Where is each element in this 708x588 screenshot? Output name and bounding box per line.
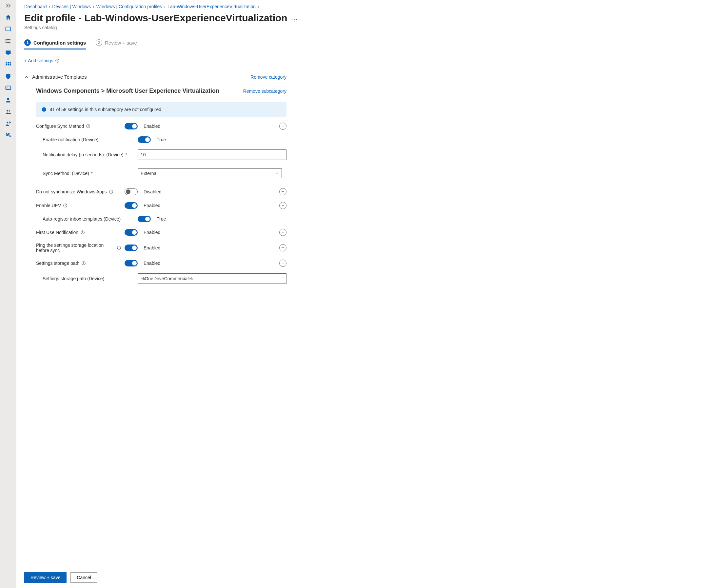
remove-setting-button[interactable]: −: [279, 123, 287, 130]
monitor-icon[interactable]: [5, 49, 12, 56]
info-icon[interactable]: [109, 189, 113, 194]
toggle-ping[interactable]: [124, 244, 138, 251]
crumb-devices[interactable]: Devices | Windows: [52, 4, 91, 9]
setting-label: Do not synchronize Windows Apps: [36, 189, 121, 194]
step-label: Configuration settings: [33, 40, 86, 46]
toggle-configure-sync[interactable]: [124, 123, 138, 129]
category-panel: Administrative Templates Remove category…: [24, 68, 287, 303]
setting-enable-uev: Enable UEV Enabled −: [36, 202, 287, 209]
svg-point-26: [57, 60, 58, 60]
shield-icon[interactable]: [5, 73, 12, 80]
toggle-enable-uev[interactable]: [124, 202, 138, 209]
setting-label: Enable UEV: [36, 203, 121, 208]
sync-method-select[interactable]: [138, 169, 282, 178]
toggle-state: Enabled: [144, 261, 160, 266]
step-number: 1: [24, 39, 31, 46]
toggle-first-use[interactable]: [124, 229, 138, 236]
category-toggle[interactable]: Administrative Templates: [24, 74, 87, 80]
setting-dont-sync-apps: Do not synchronize Windows Apps Disabled…: [36, 188, 287, 195]
setting-ping: Ping the settings storage location befor…: [36, 242, 287, 253]
svg-point-22: [6, 122, 8, 123]
toggle-state: Enabled: [144, 245, 160, 251]
svg-rect-8: [7, 54, 9, 55]
remove-setting-button[interactable]: −: [279, 188, 287, 195]
info-icon[interactable]: [80, 230, 85, 235]
setting-sync-method: Sync Method: (Device) *: [36, 169, 287, 178]
home-icon[interactable]: [5, 14, 12, 21]
list-icon[interactable]: [5, 37, 12, 45]
info-icon[interactable]: [117, 245, 121, 250]
groups-icon[interactable]: [5, 108, 12, 115]
required-indicator: *: [91, 171, 93, 176]
info-icon[interactable]: [55, 58, 60, 63]
remove-setting-button[interactable]: −: [279, 244, 287, 252]
storage-path-input[interactable]: [138, 273, 287, 284]
add-settings-link[interactable]: + Add settings: [24, 58, 53, 63]
apps-icon[interactable]: [5, 61, 12, 68]
setting-storage-path: Settings storage path Enabled −: [36, 260, 287, 267]
add-settings: + Add settings: [24, 58, 700, 63]
left-nav: [0, 0, 17, 588]
tools-icon[interactable]: [5, 132, 12, 139]
sync-method-value[interactable]: [138, 169, 282, 178]
setting-auto-register: Auto-register inbox templates (Device) T…: [36, 216, 287, 222]
svg-point-23: [9, 122, 10, 123]
svg-point-6: [6, 42, 6, 43]
chevron-right-icon: ›: [93, 4, 94, 9]
crumb-dashboard[interactable]: Dashboard: [24, 4, 47, 9]
svg-rect-12: [6, 64, 7, 65]
info-banner: 41 of 58 settings in this subcategory ar…: [36, 102, 287, 117]
crumb-profile[interactable]: Lab-Windows-UserExperienceVirtualization: [168, 4, 256, 9]
setting-label: Auto-register inbox templates (Device): [36, 216, 135, 222]
cancel-button[interactable]: Cancel: [70, 572, 97, 583]
svg-point-4: [6, 39, 6, 40]
svg-point-19: [7, 98, 9, 100]
remove-category-link[interactable]: Remove category: [250, 75, 287, 80]
info-icon[interactable]: [81, 261, 86, 265]
wizard-step-configuration[interactable]: 1 Configuration settings: [24, 39, 86, 50]
more-button[interactable]: ⋯: [292, 13, 297, 22]
info-icon[interactable]: [63, 203, 67, 208]
setting-label: Notification delay (in seconds): (Device…: [36, 152, 135, 157]
setting-label: Settings storage path: [36, 261, 121, 266]
notification-delay-input[interactable]: [138, 149, 287, 160]
toggle-state: Enabled: [144, 230, 160, 235]
setting-label: Settings storage path (Device): [36, 276, 135, 281]
step-number: 2: [96, 39, 102, 46]
user-icon[interactable]: [5, 96, 12, 104]
info-icon[interactable]: [86, 124, 90, 128]
remove-setting-button[interactable]: −: [279, 202, 287, 209]
info-icon: [41, 107, 47, 112]
remove-subcategory-link[interactable]: Remove subcategory: [243, 88, 287, 94]
review-save-button[interactable]: Review + save: [24, 572, 66, 583]
setting-label: Sync Method: (Device) *: [36, 171, 135, 176]
setting-label: Configure Sync Method: [36, 123, 121, 129]
remove-setting-button[interactable]: −: [279, 229, 287, 236]
svg-point-44: [119, 247, 119, 247]
toggle-auto-register[interactable]: [138, 216, 151, 222]
toggle-storage-path[interactable]: [124, 260, 138, 266]
remove-setting-button[interactable]: −: [279, 260, 287, 267]
expand-icon[interactable]: [5, 2, 12, 9]
toggle-state: Enabled: [144, 203, 160, 208]
required-indicator: *: [125, 152, 127, 157]
breadcrumb: Dashboard › Devices | Windows › Windows …: [24, 4, 700, 9]
crumb-profiles[interactable]: Windows | Configuration profiles: [96, 4, 162, 9]
settings-list: Configure Sync Method Enabled − Enable n…: [24, 123, 287, 303]
setting-enable-notification: Enable notification (Device) True: [36, 136, 287, 143]
wizard-step-review[interactable]: 2 Review + save: [96, 39, 137, 50]
toggle-state: True: [157, 216, 166, 222]
svg-rect-0: [6, 27, 11, 31]
toggle-state: Disabled: [144, 189, 161, 194]
reports-icon[interactable]: [5, 85, 12, 92]
toggle-dont-sync-apps[interactable]: [124, 188, 138, 195]
setting-first-use: First Use Notification Enabled −: [36, 229, 287, 236]
subcategory-head: Windows Components > Microsoft User Expe…: [24, 88, 287, 94]
chevron-right-icon: ›: [258, 4, 259, 9]
chart-icon[interactable]: [5, 26, 12, 33]
tenant-icon[interactable]: [5, 120, 12, 127]
svg-rect-11: [9, 62, 11, 64]
toggle-enable-notification[interactable]: [138, 136, 151, 143]
setting-label: Enable notification (Device): [36, 137, 135, 142]
page-title: Edit profile - Lab-Windows-UserExperienc…: [24, 12, 288, 24]
